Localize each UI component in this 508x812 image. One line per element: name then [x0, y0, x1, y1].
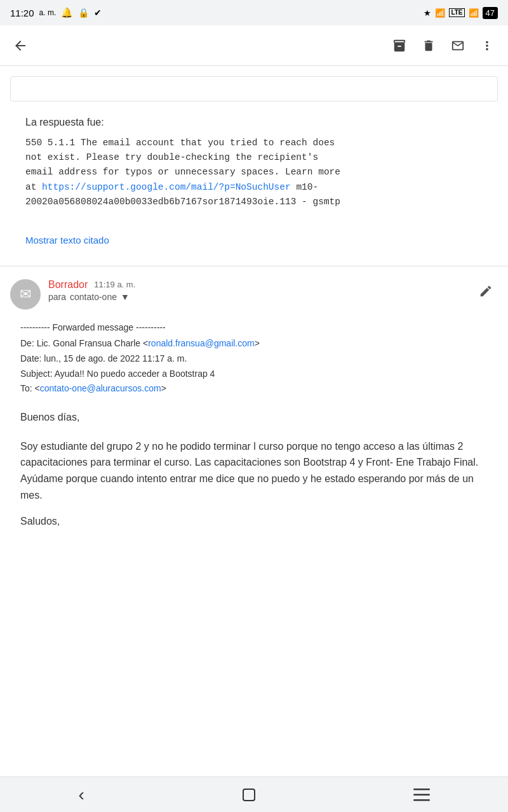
fwd-date-line: Date: lun., 15 de ago. de 2022 11:17 a. …	[20, 351, 488, 367]
svg-rect-3	[413, 799, 430, 801]
status-time-suffix: a. m.	[39, 8, 57, 17]
svg-rect-0	[243, 789, 255, 801]
status-right: ★ 📶 LTE 📶 47	[424, 7, 498, 19]
signal-icon: 📶	[469, 8, 479, 18]
status-left: 11:20 a. m. 🔔 🔒 ✔	[10, 7, 102, 18]
fwd-separator: ---------- Forwarded message ----------	[20, 322, 488, 332]
svg-rect-1	[413, 789, 430, 790]
nav-back-button[interactable]: ‹	[58, 778, 104, 811]
more-options-button[interactable]	[474, 32, 500, 59]
fwd-body2: Soy estudiante del grupo 2 y no he podid…	[20, 438, 488, 503]
back-button[interactable]	[8, 33, 33, 58]
edit-draft-button[interactable]	[474, 279, 498, 306]
email-card-stub	[10, 76, 498, 102]
error-label: La respuesta fue:	[25, 117, 483, 128]
avatar: ✉	[10, 279, 41, 310]
app-bar	[0, 25, 508, 66]
fwd-to-row[interactable]: para contato-one ▼	[48, 292, 466, 302]
fwd-meta: Borrador 11:19 a. m. para contato-one ▼	[48, 279, 466, 302]
status-time: 11:20	[10, 8, 34, 18]
fwd-subject-value: Ayuda!! No puedo acceder a Bootstrap 4	[55, 369, 215, 379]
svg-rect-2	[413, 794, 430, 796]
chevron-down-icon: ▼	[121, 292, 130, 302]
fwd-to-recipient: contato-one	[70, 292, 117, 302]
check-icon: ✔	[94, 8, 102, 18]
fwd-body1: Buenos días,	[20, 409, 488, 426]
fwd-to-line: To: <contato-one@aluracursos.com>	[20, 381, 488, 396]
avatar-icon: ✉	[20, 286, 31, 303]
archive-button[interactable]	[386, 32, 413, 59]
fwd-time: 11:19 a. m.	[94, 280, 135, 289]
fwd-sender-row: Borrador 11:19 a. m.	[48, 279, 466, 291]
fwd-header: ✉ Borrador 11:19 a. m. para contato-one …	[10, 279, 498, 310]
fwd-subject-line: Subject: Ayuda!! No puedo acceder a Boot…	[20, 367, 488, 382]
notifications-icon: 🔔	[61, 7, 73, 18]
lock-icon: 🔒	[78, 8, 89, 18]
forwarded-card: ✉ Borrador 11:19 a. m. para contato-one …	[0, 266, 508, 540]
bottom-navigation: ‹	[0, 776, 508, 812]
fwd-date-label: Date:	[20, 353, 41, 363]
fwd-to-line-label: To:	[20, 383, 32, 393]
fwd-to-label: para	[48, 292, 66, 302]
support-link[interactable]: https://support.google.com/mail/?p=NoSuc…	[42, 182, 291, 192]
error-block: La respuesta fue: 550 5.1.1 The email ac…	[0, 102, 508, 219]
nav-menu-button[interactable]	[393, 782, 450, 808]
wifi-icon: 📶	[435, 8, 445, 18]
fwd-from-label: De:	[20, 338, 34, 348]
fwd-from-line: De: Lic. Gonal Fransua Charle <ronald.fr…	[20, 336, 488, 351]
email-content: La respuesta fue: 550 5.1.1 The email ac…	[0, 76, 508, 578]
error-code: 550 5.1.1 The email account that you tri…	[25, 136, 483, 209]
fwd-body: ---------- Forwarded message ---------- …	[10, 322, 498, 527]
to-email-link[interactable]: contato-one@aluracursos.com	[40, 383, 161, 393]
battery-indicator: 47	[483, 7, 498, 19]
fwd-sender-name: Borrador	[48, 279, 88, 291]
delete-button[interactable]	[415, 32, 442, 59]
nav-home-button[interactable]	[221, 781, 277, 809]
fwd-subject-label: Subject:	[20, 369, 53, 379]
show-quoted-button[interactable]: Mostrar texto citado	[0, 219, 508, 266]
from-email-link[interactable]: ronald.fransua@gmail.com	[148, 338, 255, 348]
mark-unread-button[interactable]	[444, 32, 471, 59]
bluetooth-icon: ★	[424, 8, 431, 18]
status-bar: 11:20 a. m. 🔔 🔒 ✔ ★ 📶 LTE 📶 47	[0, 0, 508, 25]
lte-badge: LTE	[449, 8, 464, 17]
app-bar-actions	[386, 32, 500, 59]
fwd-date-value: lun., 15 de ago. de 2022 11:17 a. m.	[44, 353, 187, 363]
fwd-salutation: Saludos,	[20, 516, 488, 527]
